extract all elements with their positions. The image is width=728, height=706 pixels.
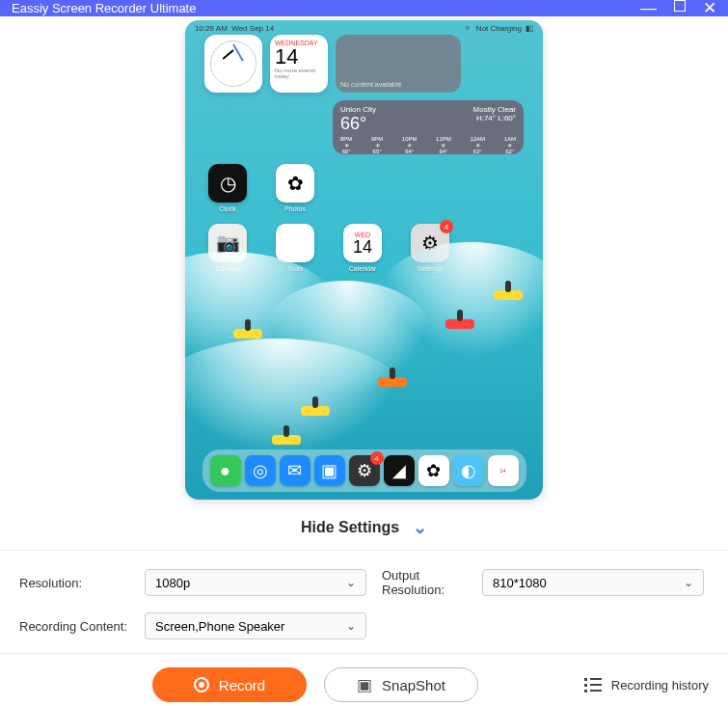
app-photos: ✿ Photos [276, 164, 314, 212]
preview-area: 10:28 AM Wed Sep 14 ᯤNot Charging▮▯ WEDN… [0, 16, 728, 500]
weather-widget: Union City 66° Mostly Clear H:74° L:60° … [333, 100, 524, 154]
snapshot-label: SnapShot [382, 677, 445, 693]
recording-content-select[interactable]: Screen,Phone Speaker ⌄ [145, 612, 366, 639]
weather-hilo: H:74° L:60° [473, 114, 516, 122]
chevron-down-icon: ⌄ [413, 517, 427, 538]
device-preview[interactable]: 10:28 AM Wed Sep 14 ᯤNot Charging▮▯ WEDN… [185, 20, 543, 500]
widget-row: WEDNESDAY 14 No more events today No con… [185, 35, 543, 93]
weather-cond: Mostly Clear [473, 105, 516, 114]
app-clock: ◷ Clock [208, 164, 247, 212]
output-resolution-value: 810*1080 [493, 576, 547, 590]
dock-badge: 4 [370, 451, 384, 465]
chevron-down-icon: ⌄ [684, 576, 693, 589]
wifi-icon: ᯤ [465, 24, 472, 33]
photos-dock-icon: ✿ [418, 455, 449, 486]
weather-forecast: 8PM☀66° 9PM☀65° 10PM☀64° 11PM☀64° 12AM☀6… [340, 136, 516, 154]
recording-history-link[interactable]: Recording history [584, 678, 709, 692]
calendar-dock-icon: 14 [488, 455, 519, 486]
recording-history-label: Recording history [611, 678, 709, 692]
app-title: Eassiy Screen Recorder Ultimate [12, 1, 196, 15]
weather-city: Union City [340, 105, 376, 114]
bottom-bar: Record ▣ SnapShot Recording history [0, 654, 728, 706]
device-dock: ● ◎ ✉ ▣ ⚙4 ◢ ✿ ◐ 14 [202, 449, 526, 492]
chevron-down-icon: ⌄ [346, 576, 356, 589]
record-label: Record [219, 677, 265, 693]
cal-note: No more events today [275, 68, 323, 79]
cal-day: 14 [275, 46, 323, 68]
maximize-icon[interactable] [674, 0, 686, 12]
settings-panel: Resolution: 1080p ⌄ Output Resolution: 8… [0, 550, 728, 654]
titlebar: Eassiy Screen Recorder Ultimate — ✕ [0, 0, 728, 16]
clock-face-icon [210, 41, 256, 87]
toggle-settings[interactable]: Hide Settings ⌄ [0, 500, 728, 550]
toggle-settings-label: Hide Settings [301, 519, 399, 536]
photos-icon: ✿ [276, 164, 314, 203]
record-button[interactable]: Record [152, 667, 307, 702]
messages-icon: ● [210, 455, 241, 486]
output-resolution-label: Output Resolution: [366, 568, 482, 597]
twitter-icon: ◢ [384, 455, 415, 486]
record-icon [194, 677, 209, 692]
blank-widget-text: No content available [340, 81, 401, 88]
safari-icon: ◎ [245, 455, 276, 486]
status-date: Wed Sep 14 [231, 24, 274, 33]
charging-status: Not Charging [476, 24, 522, 33]
mail-icon: ✉ [280, 455, 310, 486]
snapshot-button[interactable]: ▣ SnapShot [324, 667, 478, 702]
status-time: 10:28 AM [195, 24, 228, 33]
resolution-label: Resolution: [19, 576, 145, 590]
app-row-1: ◷ Clock ✿ Photos [185, 158, 543, 218]
resolution-select[interactable]: 1080p ⌄ [145, 569, 366, 596]
blank-widget: No content available [336, 35, 461, 93]
camera-icon: ▣ [357, 675, 372, 695]
close-icon[interactable]: ✕ [703, 0, 716, 16]
calendar-widget: WEDNESDAY 14 No more events today [270, 35, 328, 93]
chevron-down-icon: ⌄ [346, 619, 356, 633]
recording-content-value: Screen,Phone Speaker [155, 619, 284, 634]
resolution-value: 1080p [155, 576, 190, 590]
battery-icon: ▮▯ [526, 24, 533, 33]
device-statusbar: 10:28 AM Wed Sep 14 ᯤNot Charging▮▯ [185, 20, 543, 35]
minimize-icon[interactable]: — [640, 0, 657, 16]
list-icon [584, 678, 602, 692]
clock-icon: ◷ [208, 164, 247, 203]
window-controls: — ✕ [640, 0, 716, 16]
output-resolution-select[interactable]: 810*1080 ⌄ [482, 569, 704, 596]
weather-temp: 66° [340, 114, 376, 134]
recording-content-label: Recording Content: [19, 619, 145, 634]
shortcut-icon: ◐ [453, 455, 484, 486]
clock-widget [204, 35, 262, 93]
appstore-icon: ⚙4 [349, 455, 380, 486]
settings-badge: 4 [440, 220, 453, 233]
files-icon: ▣ [314, 455, 345, 486]
